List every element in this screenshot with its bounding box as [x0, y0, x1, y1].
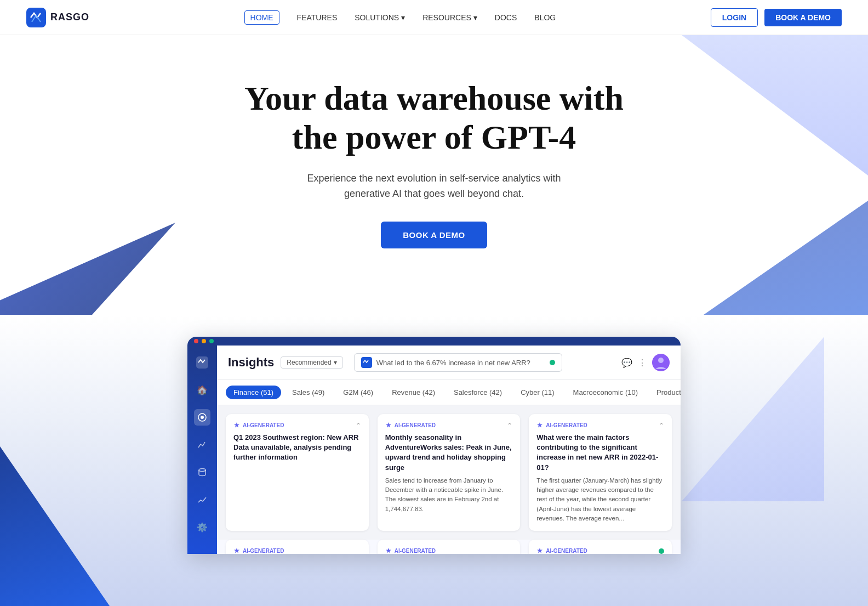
nav-links: HOME FEATURES SOLUTIONS ▾ RESOURCES ▾ DO…	[244, 10, 556, 25]
card-projections[interactable]: AI-GENERATED Projections based on propos…	[226, 540, 369, 554]
card-monthly-seasonality[interactable]: AI-GENERATED ⌃ Monthly seasonality in Ad…	[378, 414, 521, 531]
window-minimize-dot	[202, 339, 206, 343]
nav-resources[interactable]: RESOURCES ▾	[422, 13, 477, 22]
rasgo-search-icon	[361, 357, 372, 368]
ai-star-icon	[233, 422, 240, 428]
recommended-tag[interactable]: Recommended ▾	[281, 356, 342, 369]
card-row2-item3[interactable]: AI-GENERATED	[529, 540, 672, 554]
nav-actions: LOGIN BOOK A DEMO	[711, 8, 842, 27]
sidebar-settings-icon[interactable]: ⚙️	[194, 519, 210, 535]
ai-star-icon	[536, 422, 543, 428]
chevron-down-icon: ▾	[334, 359, 337, 366]
app-window: 🏠	[187, 337, 681, 554]
hero-bg-left	[0, 84, 175, 315]
sidebar-insights-icon[interactable]	[194, 409, 210, 426]
chat-icon[interactable]: 💬	[621, 358, 632, 368]
nav-blog[interactable]: BLOG	[534, 13, 556, 22]
card-net-arr-factors[interactable]: AI-GENERATED ⌃ What were the main factor…	[529, 414, 672, 531]
tab-product[interactable]: Product (5)	[649, 386, 681, 399]
window-close-dot	[194, 339, 198, 343]
card-text: The first quarter (January-March) has sl…	[536, 476, 664, 523]
ai-badge: AI-GENERATED	[385, 547, 436, 554]
card-title: What were the main factors contributing …	[536, 433, 664, 473]
svg-point-4	[199, 469, 205, 472]
green-dot-status	[659, 548, 664, 554]
logo[interactable]: RASGO	[26, 8, 89, 27]
app-bg-left	[0, 403, 121, 606]
ai-badge: AI-GENERATED	[385, 422, 436, 428]
chevron-down-icon: ▾	[473, 13, 477, 22]
window-maximize-dot	[209, 339, 214, 343]
nav-solutions[interactable]: SOLUTIONS ▾	[355, 13, 405, 22]
nav-home[interactable]: HOME	[244, 10, 279, 25]
app-inner: 🏠	[187, 346, 681, 554]
card-title: Monthly seasonality in AdventureWorks sa…	[385, 433, 513, 473]
search-text: What led to the 6.67% increase in net ne…	[376, 359, 545, 367]
app-section: 🏠	[0, 315, 868, 606]
app-header: Insights Recommended ▾ What led to the 6…	[217, 346, 681, 380]
chevron-down-icon: ▾	[401, 13, 405, 22]
app-bg-right	[682, 337, 824, 501]
avatar[interactable]	[652, 354, 670, 371]
hero-subtitle: Experience the next evolution in self-se…	[302, 171, 566, 202]
search-bar[interactable]: What led to the 6.67% increase in net ne…	[354, 353, 562, 372]
collapse-icon[interactable]: ⌃	[659, 422, 664, 433]
sidebar-home-icon[interactable]: 🏠	[194, 382, 210, 398]
card-title: Q1 2023 Southwest region: New ARR Data u…	[233, 433, 361, 463]
ai-badge: AI-GENERATED	[536, 422, 587, 428]
tab-sales[interactable]: Sales (49)	[284, 386, 332, 399]
collapse-icon[interactable]: ⌃	[356, 422, 361, 433]
card-row2-item2[interactable]: AI-GENERATED	[378, 540, 521, 554]
svg-rect-0	[26, 8, 46, 27]
sidebar-database-icon[interactable]	[194, 464, 210, 480]
tab-finance[interactable]: Finance (51)	[226, 386, 281, 399]
ai-badge: AI-GENERATED	[233, 422, 284, 428]
hero-bg-right-top	[682, 35, 868, 211]
book-demo-hero-button[interactable]: BOOK A DEMO	[381, 222, 487, 248]
book-demo-nav-button[interactable]: BOOK A DEMO	[764, 9, 842, 26]
app-cards-row1: AI-GENERATED ⌃ Q1 2023 Southwest region:…	[217, 405, 681, 540]
sidebar-chart-icon[interactable]	[194, 491, 210, 508]
hero-bg-right-bottom	[704, 172, 868, 315]
app-tabs: Finance (51) Sales (49) G2M (46) Revenue…	[217, 380, 681, 405]
ai-star-icon	[385, 422, 392, 428]
sidebar-logo-icon	[194, 354, 210, 371]
app-cards-row2: AI-GENERATED Projections based on propos…	[217, 540, 681, 554]
app-title: Insights	[228, 355, 274, 370]
logo-text: RASGO	[50, 12, 89, 23]
hero-section: Your data warehouse with the power of GP…	[0, 35, 868, 315]
ai-badge: AI-GENERATED	[233, 547, 284, 554]
tab-g2m[interactable]: G2M (46)	[335, 386, 381, 399]
app-topbar	[187, 337, 681, 346]
card-text: Sales tend to increase from January to D…	[385, 476, 513, 514]
ai-star-icon	[233, 547, 240, 554]
navbar: RASGO HOME FEATURES SOLUTIONS ▾ RESOURCE…	[0, 0, 868, 35]
login-button[interactable]: LOGIN	[711, 8, 758, 27]
card-q1-southwest[interactable]: AI-GENERATED ⌃ Q1 2023 Southwest region:…	[226, 414, 369, 531]
online-status-dot	[550, 360, 555, 365]
tab-revenue[interactable]: Revenue (42)	[384, 386, 443, 399]
tab-cyber[interactable]: Cyber (11)	[513, 386, 562, 399]
more-options-icon[interactable]: ⋮	[638, 358, 647, 368]
ai-badge: AI-GENERATED	[536, 547, 587, 554]
svg-point-3	[201, 416, 204, 419]
app-main: Insights Recommended ▾ What led to the 6…	[217, 346, 681, 554]
ai-star-icon	[536, 547, 543, 554]
hero-title: Your data warehouse with the power of GP…	[242, 79, 626, 157]
ai-star-icon	[385, 547, 392, 554]
sidebar-analytics-icon[interactable]	[194, 437, 210, 453]
nav-docs[interactable]: DOCS	[495, 13, 517, 22]
header-actions: 💬 ⋮	[621, 354, 670, 371]
nav-features[interactable]: FEATURES	[297, 13, 338, 22]
tab-salesforce[interactable]: Salesforce (42)	[446, 386, 510, 399]
app-sidebar: 🏠	[187, 346, 217, 554]
svg-point-7	[658, 358, 664, 363]
tab-macroeconomic[interactable]: Macroeconomic (10)	[566, 386, 646, 399]
collapse-icon[interactable]: ⌃	[507, 422, 512, 433]
